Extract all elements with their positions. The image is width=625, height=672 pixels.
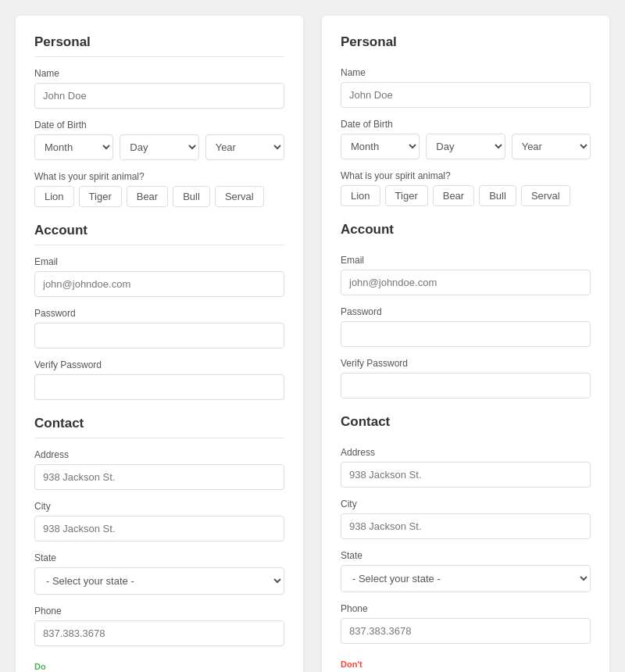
dont-animal-tiger[interactable]: Tiger	[385, 185, 428, 206]
dont-verify-password-field-group: Verify Password	[341, 358, 591, 399]
spirit-label: What is your spirit animal?	[34, 171, 284, 182]
dont-animal-lion[interactable]: Lion	[341, 185, 380, 206]
verify-password-input[interactable]	[34, 374, 284, 400]
dont-phone-label: Phone	[341, 603, 591, 614]
dont-email-input[interactable]	[341, 270, 591, 295]
phone-input[interactable]	[34, 620, 284, 646]
dont-personal-section: Personal Name Date of Birth Month Day Ye…	[341, 34, 591, 206]
do-label: Do	[34, 662, 284, 671]
dont-address-label: Address	[341, 447, 591, 458]
dont-email-label: Email	[341, 255, 591, 266]
dont-name-field-group: Name	[341, 67, 591, 108]
dob-year-select[interactable]: Year	[205, 134, 284, 160]
dob-day-select[interactable]: Day	[120, 134, 198, 160]
city-label: City	[34, 501, 284, 512]
animal-tiger[interactable]: Tiger	[79, 186, 122, 207]
dob-month-select[interactable]: Month	[34, 134, 113, 160]
dont-city-label: City	[341, 499, 591, 509]
dont-address-field-group: Address	[341, 447, 591, 488]
animal-serval[interactable]: Serval	[215, 186, 264, 207]
password-input[interactable]	[34, 323, 284, 349]
dont-animal-serval[interactable]: Serval	[521, 185, 570, 206]
dont-dob-label: Date of Birth	[341, 119, 591, 130]
verify-password-field-group: Verify Password	[34, 359, 284, 400]
verify-password-label: Verify Password	[34, 359, 284, 370]
state-label: State	[34, 552, 284, 563]
dob-row: Month Day Year	[34, 134, 284, 160]
dont-dob-day-select[interactable]: Day	[426, 134, 505, 159]
personal-title: Personal	[34, 34, 284, 57]
dont-card: Personal Name Date of Birth Month Day Ye…	[322, 16, 609, 672]
account-section: Account Email Password Verify Password	[34, 223, 284, 400]
dont-state-select[interactable]: - Select your state -	[341, 565, 591, 592]
phone-field-group: Phone	[34, 606, 284, 646]
spirit-animal-field-group: What is your spirit animal? Lion Tiger B…	[34, 171, 284, 207]
dont-contact-section: Contact Address City State - Select your…	[341, 414, 591, 644]
dont-password-input[interactable]	[341, 321, 591, 347]
dont-city-input[interactable]	[341, 513, 591, 539]
address-field-group: Address	[34, 449, 284, 490]
phone-label: Phone	[34, 606, 284, 617]
dont-password-field-group: Password	[341, 306, 591, 347]
dont-dob-row: Month Day Year	[341, 134, 591, 159]
dont-account-section: Account Email Password Verify Password	[341, 222, 591, 399]
dont-label: Don't	[341, 659, 591, 669]
dont-state-field-group: State - Select your state -	[341, 550, 591, 592]
account-title: Account	[34, 223, 284, 245]
dont-state-label: State	[341, 550, 591, 561]
animal-options: Lion Tiger Bear Bull Serval	[34, 186, 284, 207]
email-input[interactable]	[34, 271, 284, 297]
contact-title: Contact	[34, 416, 284, 438]
dont-account-title: Account	[341, 222, 591, 244]
do-card: Personal Name Date of Birth Month Day Ye…	[16, 16, 303, 672]
dob-field-group: Date of Birth Month Day Year	[34, 120, 284, 160]
dont-name-input[interactable]	[341, 82, 591, 108]
dont-dob-year-select[interactable]: Year	[512, 134, 591, 159]
dont-animal-bear[interactable]: Bear	[433, 185, 474, 206]
address-label: Address	[34, 449, 284, 460]
state-field-group: State - Select your state -	[34, 552, 284, 595]
dont-phone-input[interactable]	[341, 618, 591, 644]
password-field-group: Password	[34, 308, 284, 349]
dont-phone-field-group: Phone	[341, 603, 591, 644]
dont-password-label: Password	[341, 306, 591, 317]
state-select[interactable]: - Select your state -	[34, 567, 284, 595]
dont-animal-bull[interactable]: Bull	[479, 185, 516, 206]
dont-name-label: Name	[341, 67, 591, 78]
city-field-group: City	[34, 501, 284, 542]
page-wrapper: Personal Name Date of Birth Month Day Ye…	[16, 16, 609, 672]
dont-verify-password-input[interactable]	[341, 373, 591, 399]
name-field-group: Name	[34, 68, 284, 109]
dont-verify-password-label: Verify Password	[341, 358, 591, 369]
dont-city-field-group: City	[341, 499, 591, 539]
dont-spirit-label: What is your spirit animal?	[341, 170, 591, 181]
dont-address-input[interactable]	[341, 462, 591, 488]
email-label: Email	[34, 256, 284, 267]
password-label: Password	[34, 308, 284, 319]
dont-email-field-group: Email	[341, 255, 591, 295]
dont-personal-title: Personal	[341, 34, 591, 56]
personal-section: Personal Name Date of Birth Month Day Ye…	[34, 34, 284, 207]
dob-label: Date of Birth	[34, 120, 284, 130]
name-input[interactable]	[34, 83, 284, 109]
animal-lion[interactable]: Lion	[34, 186, 74, 207]
dont-dob-field-group: Date of Birth Month Day Year	[341, 119, 591, 159]
animal-bear[interactable]: Bear	[127, 186, 168, 207]
city-input[interactable]	[34, 516, 284, 542]
contact-section: Contact Address City State - Select your…	[34, 416, 284, 646]
dont-spirit-animal-field-group: What is your spirit animal? Lion Tiger B…	[341, 170, 591, 206]
email-field-group: Email	[34, 256, 284, 297]
dont-contact-title: Contact	[341, 414, 591, 436]
address-input[interactable]	[34, 464, 284, 490]
animal-bull[interactable]: Bull	[173, 186, 210, 207]
dont-animal-options: Lion Tiger Bear Bull Serval	[341, 185, 591, 206]
name-label: Name	[34, 68, 284, 79]
dont-dob-month-select[interactable]: Month	[341, 134, 420, 159]
